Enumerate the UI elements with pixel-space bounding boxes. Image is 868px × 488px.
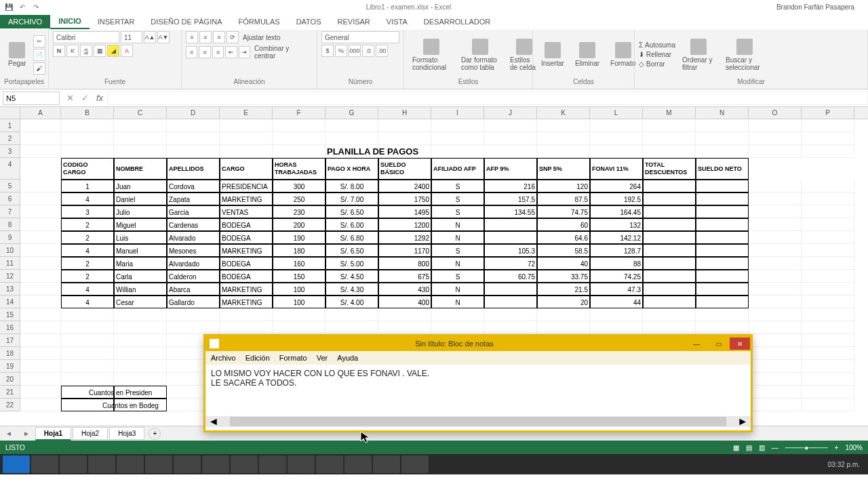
cell[interactable]: Manuel — [114, 244, 167, 257]
cell[interactable]: S/. 6.00 — [326, 218, 378, 231]
cell[interactable] — [749, 244, 802, 257]
cell[interactable]: AFP 9% — [484, 158, 537, 180]
cell[interactable] — [802, 119, 854, 132]
cell[interactable] — [114, 145, 167, 158]
cell[interactable]: Cuantos en Bodeg — [61, 399, 114, 411]
cell[interactable] — [537, 145, 590, 158]
maximize-icon[interactable]: ▭ — [708, 338, 728, 350]
start-button[interactable] — [3, 455, 30, 473]
cell[interactable]: CARGO — [220, 158, 273, 180]
menu-archivo[interactable]: Archivo — [211, 354, 236, 362]
cell[interactable] — [537, 308, 590, 321]
taskbar-item[interactable] — [88, 455, 115, 473]
cell[interactable] — [61, 373, 114, 386]
cell[interactable] — [273, 119, 326, 132]
cut-icon[interactable]: ✂ — [33, 35, 45, 47]
cell[interactable] — [696, 296, 749, 308]
cell[interactable]: 4 — [61, 192, 114, 205]
cell[interactable]: Daniel — [114, 192, 167, 205]
cell[interactable]: 1 — [61, 180, 114, 192]
cell[interactable]: BODEGA — [220, 257, 273, 270]
fill-color-icon[interactable]: ◢ — [107, 45, 119, 57]
row-header[interactable]: 1 — [0, 119, 20, 132]
cell[interactable] — [220, 321, 273, 334]
cell[interactable] — [802, 158, 854, 180]
cell[interactable] — [20, 373, 61, 386]
cell[interactable] — [802, 231, 854, 244]
cell[interactable] — [749, 399, 802, 411]
cell[interactable] — [114, 334, 167, 347]
taskbar-item[interactable] — [174, 455, 201, 473]
cell[interactable] — [20, 360, 61, 373]
sort-button[interactable]: Ordenar y filtrar — [678, 37, 719, 73]
cell[interactable] — [20, 192, 61, 205]
column-header[interactable]: E — [220, 107, 273, 119]
cell[interactable] — [643, 119, 696, 132]
align-top-icon[interactable]: ≡ — [186, 31, 198, 43]
cell[interactable] — [643, 308, 696, 321]
taskbar-item[interactable] — [401, 455, 429, 473]
cell[interactable]: BODEGA — [220, 231, 273, 244]
cell[interactable] — [484, 218, 537, 231]
cell[interactable] — [114, 399, 167, 411]
autosum-button[interactable]: Σ Autosuma — [639, 41, 675, 49]
cell[interactable] — [696, 257, 749, 270]
cell[interactable]: PAGO X HORA — [326, 158, 378, 180]
cell[interactable]: MARKETING — [220, 283, 273, 296]
cell[interactable] — [20, 158, 61, 180]
cell[interactable] — [643, 132, 696, 145]
cell[interactable] — [20, 334, 61, 347]
cell[interactable]: Garcia — [167, 205, 220, 218]
column-header[interactable]: M — [643, 107, 696, 119]
column-header[interactable]: L — [590, 107, 643, 119]
cell[interactable]: 4 — [61, 296, 114, 308]
cell[interactable]: 3 — [61, 205, 114, 218]
cell[interactable] — [749, 347, 802, 360]
view-normal-icon[interactable]: ▦ — [733, 444, 739, 451]
zoom-out-icon[interactable]: — — [772, 444, 778, 451]
row-header[interactable]: 20 — [0, 373, 20, 386]
cell[interactable] — [802, 373, 854, 386]
cell[interactable] — [802, 296, 854, 308]
cell[interactable]: 2 — [61, 218, 114, 231]
cell[interactable]: 33.75 — [537, 270, 590, 283]
cell[interactable]: 1750 — [378, 192, 431, 205]
menu-ver[interactable]: Ver — [317, 354, 328, 362]
cell[interactable]: 128.7 — [590, 244, 643, 257]
font-select[interactable]: Calibri — [53, 31, 119, 43]
tab-vista[interactable]: VISTA — [378, 15, 416, 28]
cell[interactable] — [61, 334, 114, 347]
cell[interactable]: 72 — [484, 257, 537, 270]
cell[interactable] — [696, 132, 749, 145]
select-all-corner[interactable] — [0, 107, 20, 119]
cell[interactable] — [696, 180, 749, 192]
cell[interactable] — [61, 360, 114, 373]
cell[interactable]: SNP 5% — [537, 158, 590, 180]
add-sheet-icon[interactable]: + — [149, 428, 161, 440]
cell[interactable] — [590, 321, 643, 334]
cell[interactable]: N — [431, 218, 484, 231]
align-left-icon[interactable]: ≡ — [186, 46, 197, 58]
tab-hoja2[interactable]: Hoja2 — [73, 427, 108, 440]
cell[interactable]: 300 — [273, 180, 326, 192]
save-icon[interactable]: 💾 — [4, 2, 14, 12]
cell[interactable] — [696, 231, 749, 244]
cell[interactable] — [484, 119, 537, 132]
cell[interactable] — [20, 270, 61, 283]
cell[interactable]: Mesones — [167, 244, 220, 257]
cell[interactable] — [220, 145, 273, 158]
cell[interactable] — [20, 231, 61, 244]
cell[interactable]: 180 — [273, 244, 326, 257]
cell[interactable]: HORAS TRABAJADAS — [273, 158, 326, 180]
notepad-scrollbar[interactable]: ◄► — [205, 416, 751, 427]
menu-ayuda[interactable]: Ayuda — [337, 354, 358, 362]
cell[interactable] — [378, 308, 431, 321]
cell[interactable] — [749, 119, 802, 132]
cell[interactable] — [61, 347, 114, 360]
cell[interactable]: 60 — [537, 218, 590, 231]
cell[interactable]: 100 — [273, 283, 326, 296]
increase-font-icon[interactable]: A▲ — [144, 31, 156, 43]
delete-button[interactable]: Eliminar — [571, 41, 604, 68]
menu-formato[interactable]: Formato — [279, 354, 307, 362]
cell[interactable]: 150 — [273, 270, 326, 283]
